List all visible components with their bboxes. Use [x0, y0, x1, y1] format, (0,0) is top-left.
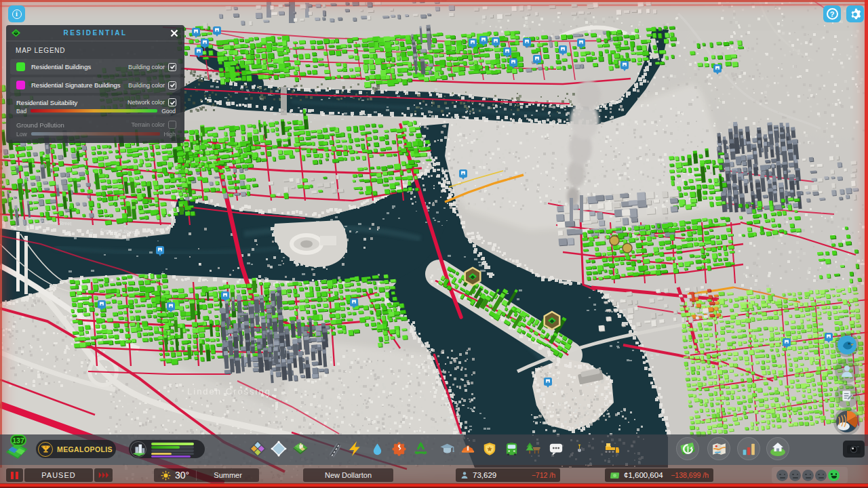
svg-text:Linden Crossing: Linden Crossing	[187, 386, 271, 396]
